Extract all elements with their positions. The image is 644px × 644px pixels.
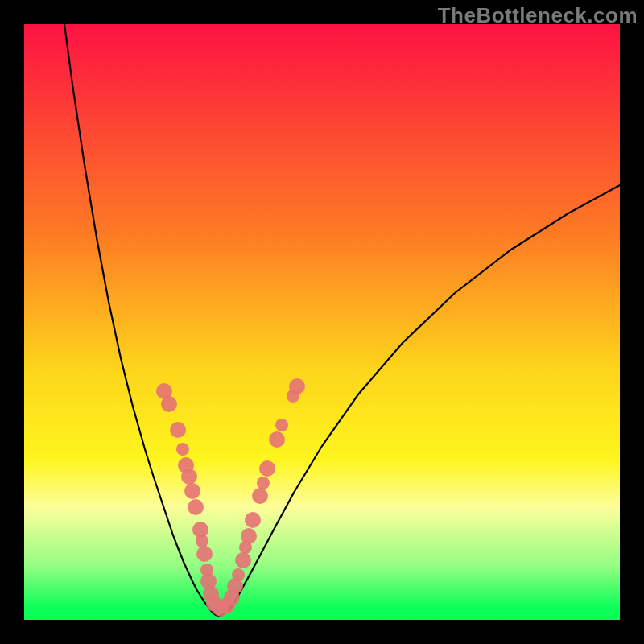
data-point	[170, 422, 186, 438]
data-point	[245, 512, 261, 528]
data-point	[196, 535, 208, 547]
data-point	[161, 396, 177, 412]
data-point	[259, 460, 275, 477]
data-point	[196, 546, 213, 562]
chart-svg	[24, 24, 620, 620]
chart-area	[24, 24, 620, 620]
data-point	[232, 568, 245, 581]
data-point	[181, 469, 197, 485]
data-point	[289, 378, 305, 394]
data-point	[235, 552, 251, 568]
data-point	[269, 431, 285, 448]
data-point	[184, 483, 200, 499]
data-point	[176, 443, 189, 456]
data-point	[188, 499, 204, 515]
data-point	[241, 528, 257, 544]
data-point	[252, 488, 268, 504]
bottleneck-curve	[64, 24, 620, 616]
data-point	[257, 477, 270, 489]
data-point	[275, 419, 288, 431]
watermark-text: TheBottleneck.com	[438, 3, 638, 28]
data-points	[156, 378, 305, 617]
